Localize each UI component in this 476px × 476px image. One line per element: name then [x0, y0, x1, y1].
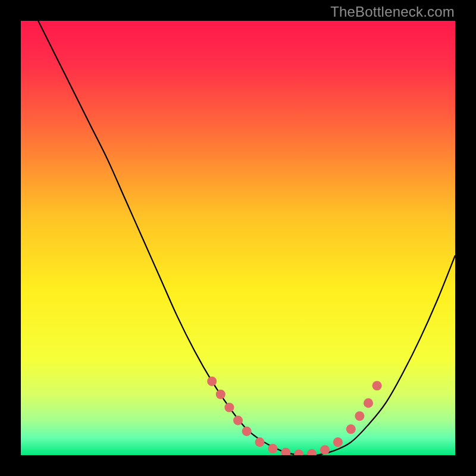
- marker-dot: [207, 377, 217, 386]
- marker-dot: [268, 444, 277, 453]
- marker-dot: [320, 445, 330, 455]
- marker-dot: [333, 437, 343, 447]
- chart-plot-area: [21, 21, 455, 455]
- bottleneck-chart: [21, 21, 455, 455]
- marker-dot: [216, 390, 226, 399]
- marker-dot: [224, 403, 234, 412]
- gradient-background: [21, 21, 455, 455]
- marker-dot: [372, 381, 382, 390]
- marker-dot: [364, 398, 373, 408]
- marker-dot: [255, 437, 264, 447]
- attribution-text: TheBottleneck.com: [330, 4, 455, 20]
- marker-dot: [242, 427, 252, 436]
- marker-dot: [346, 424, 356, 434]
- marker-dot: [355, 411, 364, 421]
- marker-dot: [233, 416, 243, 425]
